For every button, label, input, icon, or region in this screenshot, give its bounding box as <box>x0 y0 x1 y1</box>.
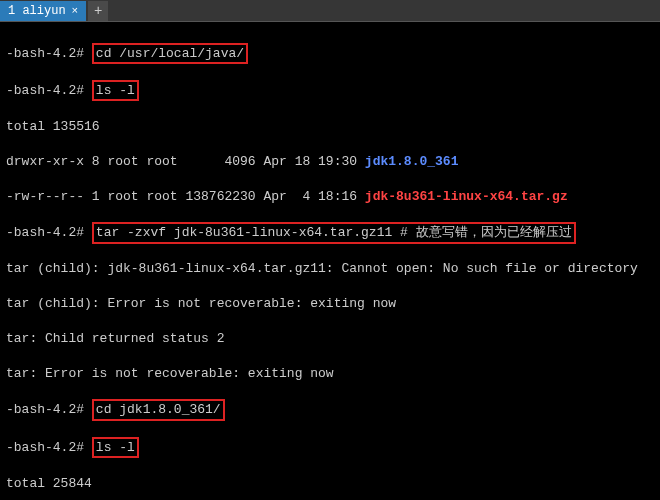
command-highlight: tar -zxvf jdk-8u361-linux-x64.tar.gz11 #… <box>92 222 576 244</box>
archive-name: jdk-8u361-linux-x64.tar.gz <box>365 189 568 204</box>
output-line: total 135516 <box>6 118 654 136</box>
output-line: -rw-r--r-- 1 root root 138762230 Apr 4 1… <box>6 188 654 206</box>
command-highlight: cd jdk1.8.0_361/ <box>92 399 225 421</box>
command-highlight: cd /usr/local/java/ <box>92 43 248 65</box>
prompt: -bash-4.2# <box>6 402 84 417</box>
tab-bar: 1 aliyun × + <box>0 0 660 22</box>
output-line: tar: Error is not recoverable: exiting n… <box>6 365 654 383</box>
output-line: tar (child): jdk-8u361-linux-x64.tar.gz1… <box>6 260 654 278</box>
tab-aliyun[interactable]: 1 aliyun × <box>0 1 86 21</box>
new-tab-button[interactable]: + <box>88 1 108 21</box>
plus-icon: + <box>94 3 102 19</box>
command-highlight: ls -l <box>92 437 139 459</box>
prompt: -bash-4.2# <box>6 83 84 98</box>
output-line: drwxr-xr-x 8 root root 4096 Apr 18 19:30… <box>6 153 654 171</box>
prompt: -bash-4.2# <box>6 225 84 240</box>
prompt: -bash-4.2# <box>6 440 84 455</box>
output-line: tar (child): Error is not recoverable: e… <box>6 295 654 313</box>
dir-name: jdk1.8.0_361 <box>365 154 459 169</box>
output-line: total 25844 <box>6 475 654 493</box>
command-highlight: ls -l <box>92 80 139 102</box>
terminal[interactable]: -bash-4.2# cd /usr/local/java/ -bash-4.2… <box>0 22 660 500</box>
close-icon[interactable]: × <box>72 5 79 17</box>
output-line: tar: Child returned status 2 <box>6 330 654 348</box>
tab-label: 1 aliyun <box>8 4 66 18</box>
prompt: -bash-4.2# <box>6 46 84 61</box>
